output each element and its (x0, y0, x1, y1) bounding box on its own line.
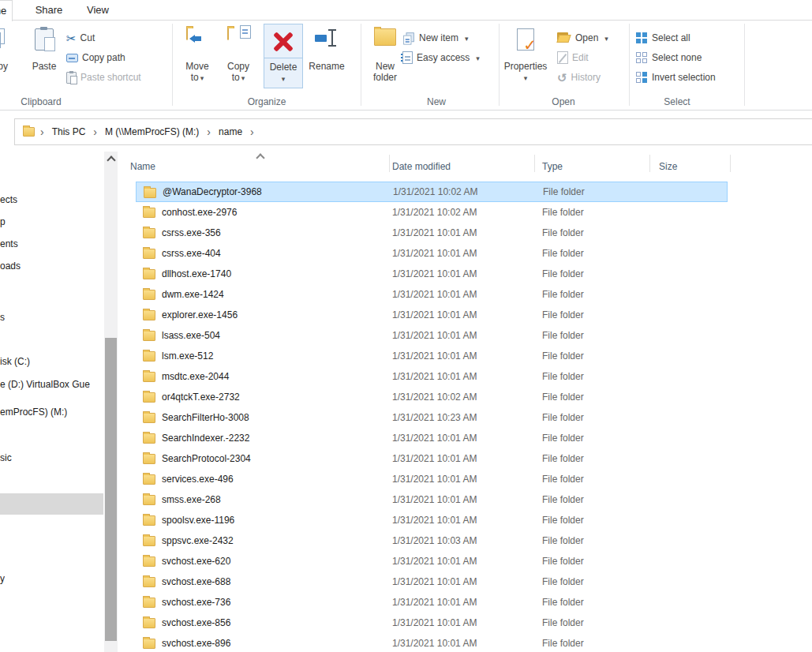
history-button[interactable]: ↺ History (557, 69, 601, 85)
sidebar-item[interactable]: ents (0, 238, 18, 250)
breadcrumb-label[interactable]: M (\\MemProcFS) (M:) (101, 126, 203, 137)
file-name[interactable]: lsm.exe-512 (162, 350, 213, 362)
table-row[interactable]: SearchIndexer.-2232 1/31/2021 10:01 AM F… (136, 428, 728, 448)
sidebar-item[interactable]: s (0, 311, 5, 324)
file-name[interactable]: SearchProtocol-2304 (162, 453, 251, 464)
table-row[interactable]: @WanaDecryptor-3968 1/31/2021 10:02 AM F… (136, 182, 728, 202)
invert-selection-button[interactable]: Invert selection (636, 69, 716, 85)
table-row[interactable]: sppsvc.exe-2432 1/31/2021 10:03 AM File … (136, 530, 728, 551)
table-row[interactable]: dwm.exe-1424 1/31/2021 10:01 AM File fol… (136, 284, 728, 305)
table-row[interactable]: or4qtckT.exe-2732 1/31/2021 10:02 AM Fil… (136, 387, 728, 407)
file-name[interactable]: svchost.exe-856 (162, 617, 230, 628)
breadcrumb-segment[interactable]: › This PC (36, 126, 89, 137)
table-row[interactable]: spoolsv.exe-1196 1/31/2021 10:01 AM File… (136, 510, 728, 530)
file-name[interactable]: msdtc.exe-2044 (162, 371, 229, 382)
tab-view[interactable]: View (77, 0, 118, 21)
breadcrumb-chevron-icon[interactable]: › (246, 126, 258, 137)
file-name[interactable]: sppsvc.exe-2432 (162, 535, 234, 546)
breadcrumb-segment[interactable]: › name (203, 126, 246, 137)
sidebar-item[interactable] (0, 493, 103, 515)
file-name[interactable]: @WanaDecryptor-3968 (163, 186, 262, 197)
table-row[interactable]: lsass.exe-504 1/31/2021 10:01 AM File fo… (136, 325, 728, 346)
file-name[interactable]: csrss.exe-356 (162, 227, 221, 238)
select-none-button[interactable]: Select none (636, 50, 702, 66)
column-divider[interactable] (534, 155, 535, 172)
scroll-up-icon[interactable] (107, 156, 115, 164)
file-name[interactable]: csrss.exe-404 (162, 248, 221, 259)
file-name[interactable]: SearchFilterHo-3008 (162, 412, 249, 423)
column-header-size[interactable]: Size (659, 159, 677, 174)
properties-button[interactable]: ✓ Properties (505, 24, 546, 88)
table-row[interactable]: lsm.exe-512 1/31/2021 10:01 AM File fold… (136, 346, 728, 366)
sidebar-item[interactable]: ects (0, 193, 17, 206)
scrollbar-thumb[interactable] (105, 338, 117, 641)
address-bar[interactable]: › This PC › M (\\MemProcFS) (M:) › name … (14, 118, 812, 145)
table-row[interactable]: dllhost.exe-1740 1/31/2021 10:01 AM File… (136, 264, 728, 284)
sidebar-item[interactable]: p (0, 215, 6, 228)
move-to-button[interactable]: Move to (177, 24, 218, 88)
column-divider[interactable] (649, 155, 650, 172)
table-row[interactable]: SearchFilterHo-3008 1/31/2021 10:23 AM F… (136, 407, 728, 428)
file-name[interactable]: svchost.exe-688 (162, 576, 230, 587)
open-button[interactable]: Open (557, 30, 608, 46)
table-row[interactable]: csrss.exe-356 1/31/2021 10:01 AM File fo… (136, 223, 728, 243)
column-header-name[interactable]: Name (130, 159, 155, 174)
file-name[interactable]: services.exe-496 (162, 474, 234, 485)
cut-label: Cut (80, 32, 95, 43)
column-divider[interactable] (389, 155, 390, 172)
table-row[interactable]: svchost.exe-856 1/31/2021 10:01 AM File … (136, 613, 728, 633)
table-row[interactable]: csrss.exe-404 1/31/2021 10:01 AM File fo… (136, 243, 728, 264)
delete-button[interactable]: Delete (264, 24, 303, 88)
copy-to-button[interactable]: Copy to (218, 24, 259, 88)
table-row[interactable]: svchost.exe-620 1/31/2021 10:01 AM File … (136, 551, 728, 571)
column-header-date-modified[interactable]: Date modified (392, 159, 451, 174)
cut-button[interactable]: ✂ Cut (66, 30, 95, 46)
up-navigation-button[interactable]: ↑ (0, 122, 8, 141)
rename-button[interactable]: Rename (306, 24, 347, 88)
file-name[interactable]: svchost.exe-896 (162, 638, 230, 649)
column-header-type[interactable]: Type (542, 159, 563, 174)
file-name[interactable]: dwm.exe-1424 (162, 289, 224, 300)
file-name[interactable]: spoolsv.exe-1196 (162, 515, 234, 526)
table-row[interactable]: explorer.exe-1456 1/31/2021 10:01 AM Fil… (136, 305, 728, 325)
column-divider[interactable] (730, 155, 731, 172)
sidebar-item[interactable]: sic (0, 452, 12, 464)
breadcrumb-label[interactable]: This PC (48, 126, 90, 137)
sidebar-item[interactable]: oads (0, 260, 21, 272)
new-folder-button[interactable]: New folder (365, 24, 406, 88)
new-item-button[interactable]: New item (402, 30, 469, 46)
select-all-button[interactable]: Select all (636, 30, 690, 46)
file-name[interactable]: SearchIndexer.-2232 (162, 433, 249, 444)
paste-button[interactable]: Paste (24, 24, 65, 88)
table-row[interactable]: conhost.exe-2976 1/31/2021 10:02 AM File… (136, 202, 728, 223)
table-row[interactable]: svchost.exe-688 1/31/2021 10:01 AM File … (136, 571, 728, 592)
sidebar-item[interactable]: y (0, 572, 5, 585)
copy-button[interactable]: Copy (0, 24, 17, 88)
paste-shortcut-button[interactable]: Paste shortcut (66, 69, 141, 85)
table-row[interactable]: services.exe-496 1/31/2021 10:01 AM File… (136, 469, 728, 489)
table-row[interactable]: svchost.exe-736 1/31/2021 10:01 AM File … (136, 592, 728, 613)
sidebar-item[interactable]: e (D:) VirtualBox Gue (0, 378, 90, 391)
file-name[interactable]: dllhost.exe-1740 (162, 268, 231, 279)
sidebar-scrollbar[interactable] (104, 152, 118, 652)
edit-button[interactable]: Edit (557, 50, 589, 66)
table-row[interactable]: svchost.exe-896 1/31/2021 10:01 AM File … (136, 633, 728, 652)
tab-share[interactable]: Share (28, 0, 69, 21)
sidebar-item[interactable]: isk (C:) (0, 355, 30, 368)
easy-access-button[interactable]: Easy access (402, 50, 480, 66)
copy-path-button[interactable]: Copy path (66, 50, 125, 66)
table-row[interactable]: msdtc.exe-2044 1/31/2021 10:01 AM File f… (136, 366, 728, 387)
breadcrumb-label[interactable]: name (215, 126, 246, 137)
file-name[interactable]: svchost.exe-736 (162, 597, 230, 608)
table-row[interactable]: SearchProtocol-2304 1/31/2021 10:01 AM F… (136, 448, 728, 469)
file-name[interactable]: or4qtckT.exe-2732 (162, 392, 240, 403)
file-name[interactable]: explorer.exe-1456 (162, 309, 238, 320)
sidebar-item[interactable]: emProcFS) (M:) (0, 406, 67, 418)
file-name[interactable]: lsass.exe-504 (162, 330, 220, 341)
breadcrumb-segment[interactable]: › M (\\MemProcFS) (M:) (89, 126, 203, 137)
tab-home[interactable]: Home (0, 0, 13, 21)
file-name[interactable]: smss.exe-268 (162, 494, 221, 505)
file-name[interactable]: conhost.exe-2976 (162, 207, 237, 218)
table-row[interactable]: smss.exe-268 1/31/2021 10:01 AM File fol… (136, 489, 728, 510)
file-name[interactable]: svchost.exe-620 (162, 556, 230, 567)
